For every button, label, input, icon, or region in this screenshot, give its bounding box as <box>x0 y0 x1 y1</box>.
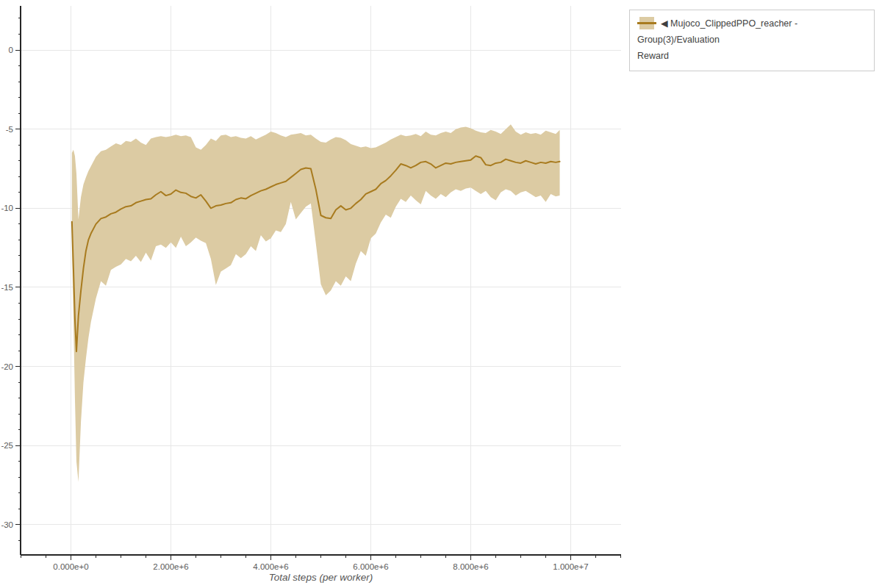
x-tick-label: 0.000e+0 <box>53 562 88 571</box>
dashboard-page: 0.000e+02.000e+64.000e+66.000e+68.000e+6… <box>0 0 882 588</box>
y-tick-label: -10 <box>1 204 13 212</box>
legend-label-line1: ◀ Mujoco_ClippedPPO_reacher - Group(3)/E… <box>637 18 797 45</box>
x-axis-title: Total steps (per worker) <box>21 572 621 583</box>
x-tick-label: 6.000e+6 <box>353 562 388 571</box>
y-tick-label: -25 <box>1 441 13 450</box>
legend-series-swatch-icon <box>637 17 656 29</box>
confidence-band <box>72 124 560 482</box>
legend-label-line2: Reward <box>637 48 867 64</box>
reward-chart-canvas[interactable]: 0.000e+02.000e+64.000e+66.000e+68.000e+6… <box>0 0 882 588</box>
y-tick-label: -20 <box>1 362 13 371</box>
x-tick-label: 8.000e+6 <box>453 562 488 571</box>
y-tick-label: -30 <box>1 520 13 529</box>
x-tick-label: 2.000e+6 <box>153 562 188 571</box>
x-tick-label: 1.000e+7 <box>553 562 588 571</box>
y-tick-label: -5 <box>6 125 13 134</box>
x-tick-label: 4.000e+6 <box>253 562 288 571</box>
legend: ◀ Mujoco_ClippedPPO_reacher - Group(3)/E… <box>629 10 875 71</box>
y-tick-label: 0 <box>9 46 13 54</box>
legend-line-swatch <box>637 22 656 24</box>
legend-item-evaluation-reward[interactable]: ◀ Mujoco_ClippedPPO_reacher - Group(3)/E… <box>637 15 867 64</box>
y-tick-label: -15 <box>1 283 13 292</box>
